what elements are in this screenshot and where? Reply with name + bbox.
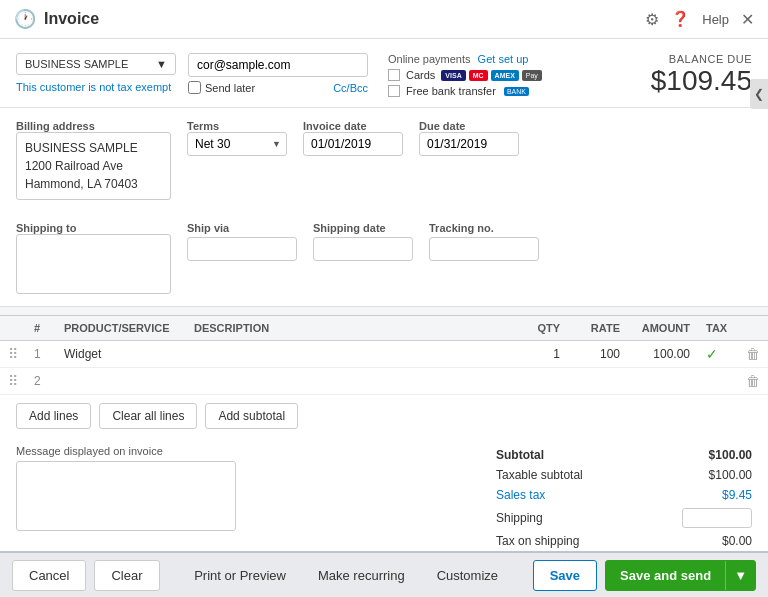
invoice-table: # PRODUCT/SERVICE DESCRIPTION QTY RATE A… xyxy=(0,315,768,395)
clear-all-lines-button[interactable]: Clear all lines xyxy=(99,403,197,429)
rate-cell2 xyxy=(568,368,628,395)
col-product: PRODUCT/SERVICE xyxy=(56,316,186,341)
invoice-date-input[interactable] xyxy=(303,132,403,156)
col-num: # xyxy=(26,316,56,341)
shipping-date-input[interactable] xyxy=(313,237,413,261)
header-right: ⚙ ❓ Help ✕ xyxy=(645,10,754,29)
tax-exempt-link[interactable]: This customer is not tax exempt xyxy=(16,81,176,93)
bottom-section: Message displayed on invoice Subtotal $1… xyxy=(0,437,768,551)
settings-icon[interactable]: ⚙ xyxy=(645,10,659,29)
close-icon[interactable]: ✕ xyxy=(741,10,754,29)
qty-cell2 xyxy=(508,368,568,395)
ship-via-group: Ship via xyxy=(187,222,297,294)
customer-select-wrapper: BUSINESS SAMPLE ▼ xyxy=(16,53,176,75)
col-qty: QTY xyxy=(508,316,568,341)
row-number2: 2 xyxy=(34,374,41,388)
product-name: Widget xyxy=(64,347,101,361)
send-later-label: Send later xyxy=(188,81,255,94)
message-textarea[interactable] xyxy=(16,461,236,531)
save-send-button[interactable]: Save and send ▼ xyxy=(605,560,756,591)
product-cell2[interactable] xyxy=(56,368,186,395)
cards-label: Cards xyxy=(406,69,435,81)
taxable-label: Taxable subtotal xyxy=(496,468,583,482)
shipping-row: Shipping to Ship via Shipping date Track… xyxy=(16,222,752,294)
header: 🕐 Invoice ⚙ ❓ Help ✕ xyxy=(0,0,768,39)
card-icons: VISA MC AMEX Pay xyxy=(441,70,542,81)
due-date-label: Due date xyxy=(419,120,519,132)
due-date-input[interactable] xyxy=(419,132,519,156)
billing-address-group: Billing address BUSINESS SAMPLE 1200 Rai… xyxy=(16,120,171,200)
collapse-button[interactable]: ❮ xyxy=(750,79,768,109)
billing-label: Billing address xyxy=(16,120,171,132)
shipping-to-box[interactable] xyxy=(16,234,171,294)
row-num-cell: 1 xyxy=(26,341,56,368)
invoice-date-group: Invoice date xyxy=(303,120,403,200)
footer-center: Print or Preview Make recurring Customiz… xyxy=(182,561,510,590)
billing-address-box[interactable]: BUSINESS SAMPLE 1200 Railroad Ave Hammon… xyxy=(16,132,171,200)
header-left: 🕐 Invoice xyxy=(14,8,99,30)
balance-amount: $109.45 xyxy=(651,65,752,97)
drag-handle-cell: ⠿ xyxy=(0,341,26,368)
save-send-dropdown-icon[interactable]: ▼ xyxy=(725,561,755,590)
footer-right: Save Save and send ▼ xyxy=(533,560,756,591)
description-cell[interactable] xyxy=(186,341,508,368)
sales-tax-row: Sales tax $9.45 xyxy=(496,485,752,505)
tracking-input[interactable] xyxy=(429,237,539,261)
customer-dropdown[interactable]: BUSINESS SAMPLE ▼ xyxy=(16,53,176,75)
delete-row-button[interactable]: 🗑 xyxy=(746,346,760,362)
table-row: ⠿ 1 Widget 1 100 100.00 ✓ 🗑 xyxy=(0,341,768,368)
help-icon: ❓ xyxy=(671,10,690,28)
drag-handle-icon2[interactable]: ⠿ xyxy=(8,373,18,389)
tax-shipping-row: Tax on shipping $0.00 xyxy=(496,531,752,551)
table-section: # PRODUCT/SERVICE DESCRIPTION QTY RATE A… xyxy=(0,315,768,437)
ship-via-label: Ship via xyxy=(187,222,297,234)
terms-select[interactable]: Net 30 xyxy=(187,132,287,156)
bank-checkbox[interactable] xyxy=(388,85,400,97)
add-subtotal-button[interactable]: Add subtotal xyxy=(205,403,298,429)
tax-shipping-label: Tax on shipping xyxy=(496,534,579,548)
row-num-cell2: 2 xyxy=(26,368,56,395)
delete-row2-button[interactable]: 🗑 xyxy=(746,373,760,389)
clock-icon: 🕐 xyxy=(14,8,36,30)
email-input[interactable] xyxy=(188,53,368,77)
ship-via-input[interactable] xyxy=(187,237,297,261)
save-send-label[interactable]: Save and send xyxy=(606,561,725,590)
sales-tax-label[interactable]: Sales tax xyxy=(496,488,545,502)
top-section: BUSINESS SAMPLE ▼ This customer is not t… xyxy=(0,39,768,108)
send-later-checkbox[interactable] xyxy=(188,81,201,94)
qty-cell: 1 xyxy=(508,341,568,368)
tax-check-icon[interactable]: ✓ xyxy=(706,346,718,362)
shipping-date-label: Shipping date xyxy=(313,222,413,234)
cards-checkbox[interactable] xyxy=(388,69,400,81)
bank-badge: BANK xyxy=(504,87,529,96)
cancel-button[interactable]: Cancel xyxy=(12,560,86,591)
billing-line2: 1200 Railroad Ave xyxy=(25,157,162,175)
clear-button[interactable]: Clear xyxy=(94,560,159,591)
make-recurring-button[interactable]: Make recurring xyxy=(306,561,417,590)
table-header-row: # PRODUCT/SERVICE DESCRIPTION QTY RATE A… xyxy=(0,316,768,341)
balance-section: BALANCE DUE $109.45 xyxy=(651,53,752,97)
description-input[interactable] xyxy=(194,347,500,361)
shipping-to-group: Shipping to xyxy=(16,222,171,294)
shipping-total-label: Shipping xyxy=(496,511,543,525)
print-preview-button[interactable]: Print or Preview xyxy=(182,561,298,590)
bank-row: Free bank transfer BANK xyxy=(388,85,542,97)
cc-bcc-link[interactable]: Cc/Bcc xyxy=(333,82,368,94)
footer: Cancel Clear Print or Preview Make recur… xyxy=(0,551,768,597)
customize-button[interactable]: Customize xyxy=(425,561,510,590)
save-button[interactable]: Save xyxy=(533,560,597,591)
add-lines-button[interactable]: Add lines xyxy=(16,403,91,429)
shipping-amount-input[interactable] xyxy=(682,508,752,528)
rate-cell: 100 xyxy=(568,341,628,368)
taxable-value: $100.00 xyxy=(692,468,752,482)
amex-icon: AMEX xyxy=(491,70,519,81)
col-tax: TAX xyxy=(698,316,738,341)
drag-handle-icon[interactable]: ⠿ xyxy=(8,346,18,362)
visa-icon: VISA xyxy=(441,70,465,81)
description-cell2[interactable] xyxy=(186,368,508,395)
shipping-total-row: Shipping xyxy=(496,505,752,531)
setup-link[interactable]: Get set up xyxy=(478,53,529,65)
tracking-label: Tracking no. xyxy=(429,222,539,234)
subtotal-label: Subtotal xyxy=(496,448,544,462)
tax-shipping-value: $0.00 xyxy=(692,534,752,548)
